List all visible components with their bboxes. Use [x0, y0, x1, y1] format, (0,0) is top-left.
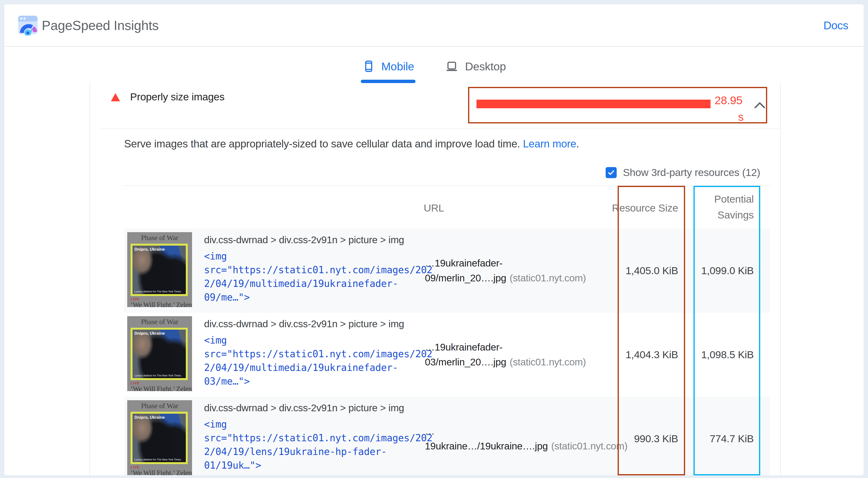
- dom-selector: div.css-dwrnad > div.css-2v91n > picture…: [204, 234, 421, 246]
- thumbnail-photo: Dnipro, Ukraine Lynsey Addario for The N…: [131, 328, 188, 380]
- tab-desktop[interactable]: Desktop: [443, 50, 507, 83]
- potential-savings-value: 774.7 KiB: [710, 433, 754, 445]
- pagespeed-logo-icon: [17, 14, 38, 35]
- resource-url: …19ukrainefader- 09/merlin_20….jpg(stati…: [425, 256, 598, 286]
- table-row: Phase of War Dnipro, Ukraine Lynsey Adda…: [124, 312, 770, 397]
- resource-domain: (static01.nyt.com): [509, 357, 586, 367]
- metric-value: 28.95: [715, 94, 742, 107]
- warning-triangle-icon: [111, 93, 120, 101]
- tab-desktop-label: Desktop: [465, 60, 506, 73]
- checkbox-checked-icon[interactable]: [606, 167, 617, 178]
- desktop-laptop-icon: [445, 60, 459, 73]
- third-party-label: Show 3rd-party resources (12): [623, 167, 760, 178]
- learn-more-link[interactable]: Learn more: [523, 138, 576, 150]
- resource-size-value: 990.3 KiB: [634, 433, 678, 445]
- device-tabbar: Mobile Desktop: [4, 50, 864, 83]
- audit-container-left-border: [90, 83, 90, 475]
- resource-size-value: 1,405.0 KiB: [625, 265, 678, 276]
- audit-description: Serve images that are appropriately-size…: [124, 138, 579, 150]
- pagespeed-window: PageSpeed Insights Docs Mobile Desktop P…: [4, 4, 864, 475]
- thumbnail-photo: Dnipro, Ukraine Lynsey Addario for The N…: [131, 412, 188, 464]
- dom-selector: div.css-dwrnad > div.css-2v91n > picture…: [204, 402, 421, 414]
- chevron-up-icon[interactable]: [754, 101, 766, 109]
- third-party-toggle[interactable]: Show 3rd-party resources (12): [606, 167, 760, 178]
- tab-mobile[interactable]: Mobile: [361, 50, 416, 83]
- resources-table: URL Resource Size Potential Savings Phas…: [124, 185, 770, 475]
- element-detail: div.css-dwrnad > div.css-2v91n > picture…: [204, 318, 421, 388]
- app-header: PageSpeed Insights Docs: [4, 4, 864, 47]
- page-thumbnail: Phase of War Dnipro, Ukraine Lynsey Adda…: [127, 232, 192, 307]
- element-detail: div.css-dwrnad > div.css-2v91n > picture…: [204, 402, 421, 472]
- metric-unit: s: [738, 110, 744, 123]
- mobile-phone-icon: [362, 60, 375, 73]
- page-title: PageSpeed Insights: [42, 4, 159, 47]
- page-thumbnail: Phase of War Dnipro, Ukraine Lynsey Adda…: [127, 400, 192, 475]
- resource-size-value: 1,404.3 KiB: [625, 349, 678, 361]
- resource-url: … 19ukraine…/19ukraine….jpg(static01.nyt…: [425, 424, 598, 453]
- description-period: .: [576, 138, 579, 150]
- docs-link[interactable]: Docs: [823, 4, 848, 47]
- potential-savings-value: 1,099.0 KiB: [701, 265, 754, 276]
- page-thumbnail: Phase of War Dnipro, Ukraine Lynsey Adda…: [127, 316, 192, 391]
- active-tab-underline: [361, 80, 416, 83]
- resource-domain: (static01.nyt.com): [509, 272, 586, 283]
- audit-container-right-border: [780, 83, 781, 475]
- thumbnail-photo: Dnipro, Ukraine Lynsey Addario for The N…: [131, 244, 188, 296]
- audit-divider: [100, 128, 780, 129]
- table-row: Phase of War Dnipro, Ukraine Lynsey Adda…: [124, 229, 770, 312]
- resource-domain: (static01.nyt.com): [551, 441, 627, 452]
- audit-title: Properly size images: [130, 91, 224, 103]
- tab-mobile-label: Mobile: [381, 60, 414, 73]
- potential-savings-value: 1,098.5 KiB: [701, 349, 754, 361]
- description-text: Serve images that are appropriately-size…: [124, 138, 520, 150]
- dom-selector: div.css-dwrnad > div.css-2v91n > picture…: [204, 318, 421, 330]
- element-detail: div.css-dwrnad > div.css-2v91n > picture…: [204, 234, 421, 304]
- table-row: Phase of War Dnipro, Ukraine Lynsey Adda…: [124, 397, 770, 475]
- column-header-potential-savings: Potential Savings: [714, 191, 754, 223]
- column-header-url: URL: [424, 202, 444, 214]
- column-header-resource-size: Resource Size: [612, 202, 678, 214]
- metric-severity-bar: [476, 100, 711, 108]
- resource-url: …19ukrainefader- 03/merlin_20….jpg(stati…: [425, 340, 598, 369]
